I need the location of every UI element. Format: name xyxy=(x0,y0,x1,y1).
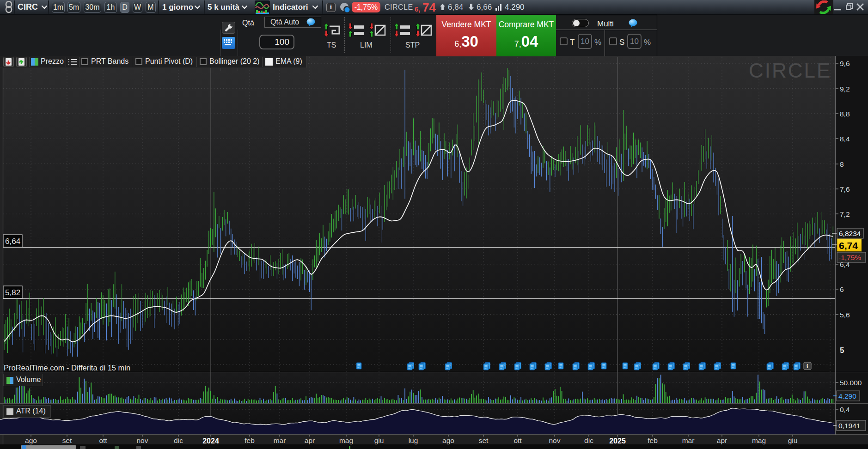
svg-text:CIRCLE: CIRCLE xyxy=(749,59,831,82)
svg-text:mag: mag xyxy=(752,437,766,444)
svg-text:nov: nov xyxy=(137,437,148,444)
svg-text:set: set xyxy=(479,437,489,444)
svg-text:2025: 2025 xyxy=(609,437,626,445)
svg-text:-1,75%: -1,75% xyxy=(838,254,861,261)
svg-text:0,4: 0,4 xyxy=(840,406,850,413)
svg-text:50.000: 50.000 xyxy=(840,379,862,387)
svg-text:5: 5 xyxy=(840,346,844,355)
svg-text:apr: apr xyxy=(717,437,727,444)
svg-text:ott: ott xyxy=(99,437,107,444)
svg-text:6,74: 6,74 xyxy=(839,240,858,251)
svg-text:mar: mar xyxy=(274,437,286,444)
svg-text:7,2: 7,2 xyxy=(840,210,850,218)
svg-text:giu: giu xyxy=(788,437,798,444)
svg-text:feb: feb xyxy=(648,437,658,444)
svg-text:feb: feb xyxy=(245,437,255,444)
svg-text:9,6: 9,6 xyxy=(840,60,850,67)
svg-text:dic: dic xyxy=(584,437,593,444)
svg-text:lug: lug xyxy=(409,437,418,444)
svg-text:8,8: 8,8 xyxy=(840,110,850,118)
svg-text:7,6: 7,6 xyxy=(840,185,850,193)
svg-text:5,82: 5,82 xyxy=(5,288,20,297)
svg-text:6,64: 6,64 xyxy=(5,237,20,246)
svg-text:ago: ago xyxy=(25,437,37,444)
svg-text:6: 6 xyxy=(840,285,844,293)
svg-text:8: 8 xyxy=(840,160,844,168)
svg-text:nov: nov xyxy=(549,437,561,444)
svg-text:mag: mag xyxy=(339,437,353,444)
svg-text:ProRealTime.com - Differita di: ProRealTime.com - Differita di 15 min xyxy=(4,364,130,372)
svg-text:6,8234: 6,8234 xyxy=(839,230,861,237)
svg-text:set: set xyxy=(62,437,72,444)
svg-text:5,6: 5,6 xyxy=(840,311,850,319)
svg-text:apr: apr xyxy=(305,437,315,444)
svg-text:2024: 2024 xyxy=(202,437,219,445)
svg-text:dic: dic xyxy=(174,437,183,444)
svg-text:0,1941: 0,1941 xyxy=(838,422,860,430)
svg-text:ott: ott xyxy=(513,437,522,444)
svg-text:ago: ago xyxy=(442,437,454,444)
svg-text:mar: mar xyxy=(682,437,695,444)
svg-text:giu: giu xyxy=(374,437,384,444)
svg-text:8,4: 8,4 xyxy=(840,135,850,143)
svg-text:4.290: 4.290 xyxy=(838,392,856,400)
svg-text:9,2: 9,2 xyxy=(840,85,850,93)
